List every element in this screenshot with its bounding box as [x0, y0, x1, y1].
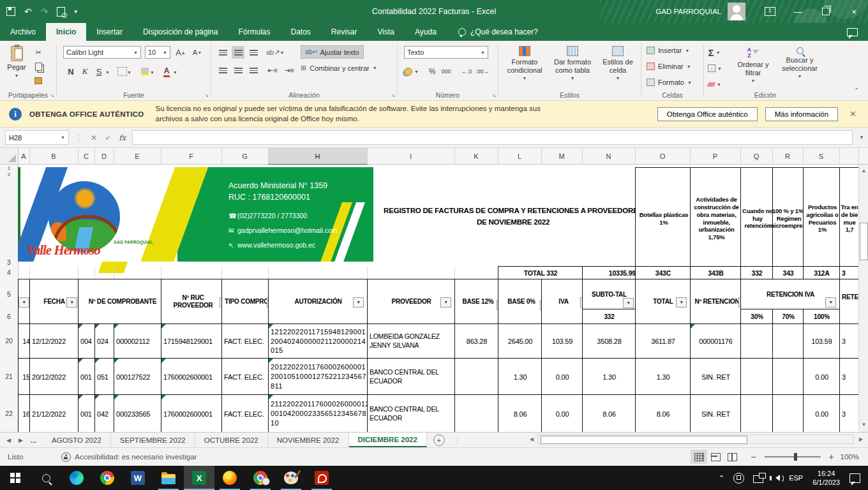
- cell-aut-21[interactable]: 2012202201176000260000120010510001275221…: [268, 358, 370, 396]
- tab-disposicion[interactable]: Disposición de página: [133, 23, 228, 41]
- filter-button[interactable]: ▼: [676, 297, 687, 308]
- comments-button[interactable]: [847, 23, 868, 41]
- cell-cat-botellas[interactable]: Botellas plásticas 1%: [635, 167, 692, 270]
- cell-r70-21[interactable]: [772, 358, 804, 396]
- underline-button[interactable]: S: [93, 65, 105, 78]
- page-layout-view-button[interactable]: [707, 450, 724, 464]
- row-header-6[interactable]: 6: [0, 309, 19, 324]
- formula-input[interactable]: [132, 130, 853, 145]
- cell-fecha-22[interactable]: 21/12/2022: [29, 394, 81, 432]
- bold-button[interactable]: N: [64, 65, 77, 78]
- filter-button[interactable]: ▼: [19, 297, 29, 308]
- select-all-corner[interactable]: [0, 148, 19, 164]
- find-select-button[interactable]: Buscar y seleccionar ▼: [777, 47, 823, 79]
- tab-datos[interactable]: Datos: [280, 23, 320, 41]
- tab-formulas[interactable]: Fórmulas: [228, 23, 280, 41]
- row-header-3[interactable]: 3: [0, 177, 19, 268]
- col-K[interactable]: K: [454, 148, 498, 164]
- cell-tipo-20[interactable]: FACT. ELEC.: [221, 323, 271, 359]
- col-P[interactable]: P: [690, 148, 741, 164]
- enter-formula-icon[interactable]: ✓: [105, 133, 111, 142]
- col-L[interactable]: L: [498, 148, 542, 164]
- cell-base12-21[interactable]: [454, 358, 499, 396]
- cell-sub-21[interactable]: 1.30: [582, 358, 636, 396]
- network-icon[interactable]: [749, 466, 768, 490]
- filter-button[interactable]: ▼: [623, 298, 634, 308]
- cell-e20[interactable]: 000002112: [114, 323, 164, 359]
- font-color-button[interactable]: A: [160, 65, 173, 78]
- sheet-nav-next-icon[interactable]: ▶: [19, 437, 23, 443]
- header-a-filter[interactable]: ▼: [18, 279, 31, 325]
- tab-inicio[interactable]: Inicio: [46, 23, 86, 41]
- format-painter-button[interactable]: [32, 74, 45, 87]
- expand-formula-bar-icon[interactable]: ▼: [859, 135, 864, 140]
- vertical-scrollbar[interactable]: [858, 165, 868, 432]
- start-button[interactable]: [0, 466, 31, 490]
- cell-e22[interactable]: 000233565: [114, 394, 164, 432]
- action-center-button[interactable]: [845, 466, 868, 490]
- sheet-tab-septiembre[interactable]: SEPTIEMBRE 2022: [111, 433, 195, 447]
- cell-iva-21[interactable]: 0.00: [541, 358, 583, 396]
- language-indicator[interactable]: ESP: [784, 466, 807, 490]
- delete-cells-button[interactable]: Eliminar▼: [647, 63, 691, 70]
- redo-icon[interactable]: ↷: [41, 7, 49, 16]
- cell-r70-20[interactable]: [772, 323, 804, 359]
- cell-base0-22[interactable]: 8.06: [498, 394, 542, 432]
- cell-base12-20[interactable]: 863.28: [454, 323, 499, 359]
- number-dialog-launcher[interactable]: ↘: [491, 93, 496, 98]
- format-as-table-button[interactable]: Dar formato como tabla ▼: [548, 46, 597, 81]
- collapse-ribbon-button[interactable]: ⌃: [854, 87, 859, 94]
- cell-tipo-21[interactable]: FACT. ELEC.: [221, 358, 271, 396]
- underline-dropdown[interactable]: ▼: [105, 70, 110, 75]
- cut-button[interactable]: ✂: [32, 46, 45, 59]
- col-D[interactable]: D: [94, 148, 114, 164]
- col-I[interactable]: I: [367, 148, 455, 164]
- cell-ruc-20[interactable]: 1715948129001: [161, 323, 225, 359]
- row-header-20[interactable]: 20: [0, 323, 19, 359]
- font-size-combo[interactable]: 10▼: [145, 46, 170, 59]
- cell-cat-partial[interactable]: Tra en de bie mue 1,7: [839, 167, 860, 270]
- col-M[interactable]: M: [541, 148, 583, 164]
- cell-r70-22[interactable]: [772, 394, 804, 432]
- grow-font-button[interactable]: A▲: [174, 46, 187, 59]
- cell-aut-22[interactable]: 2112202201176000260000120010420002335651…: [268, 394, 370, 432]
- row-header-4[interactable]: 4: [0, 266, 19, 279]
- cell-code-343c[interactable]: 343C: [635, 266, 691, 280]
- cell-base0-21[interactable]: 1.30: [498, 358, 542, 396]
- cell-prov-20[interactable]: LOMBEIDA GONZALEZ JENNY SILVANA: [367, 323, 458, 359]
- cell-r100-20[interactable]: 103.59: [803, 323, 841, 359]
- align-bottom-button[interactable]: [247, 46, 260, 59]
- row-header-21[interactable]: 21: [0, 358, 19, 395]
- sheet-tab-octubre[interactable]: OCTUBRE 2022: [195, 433, 268, 447]
- autosum-button[interactable]: Σ▼: [708, 46, 721, 59]
- cell-ruc-21[interactable]: 1760002600001: [161, 358, 225, 396]
- ribbon-display-options-button[interactable]: ↥: [756, 0, 784, 23]
- clear-button[interactable]: ▼: [708, 78, 721, 91]
- col-B[interactable]: B: [29, 148, 79, 164]
- row-header-5[interactable]: 5: [0, 279, 19, 309]
- col-N[interactable]: N: [582, 148, 636, 164]
- taskbar-chrome-profile[interactable]: [245, 466, 276, 490]
- font-color-dropdown[interactable]: ▼: [173, 70, 177, 75]
- col-Q[interactable]: Q: [740, 148, 773, 164]
- font-name-combo[interactable]: Calibri Light▼: [63, 46, 141, 59]
- zoom-slider-thumb[interactable]: [794, 453, 797, 461]
- col-F[interactable]: F: [161, 148, 222, 164]
- cell-ruc-22[interactable]: 1760002600001: [161, 394, 225, 432]
- page-break-view-button[interactable]: [724, 450, 740, 464]
- align-middle-button[interactable]: [232, 46, 244, 59]
- col-T-partial[interactable]: [839, 148, 859, 164]
- cell-iva-22[interactable]: 0.00: [541, 394, 583, 432]
- fill-button[interactable]: ↓▼: [708, 62, 722, 75]
- header-subtotal-332[interactable]: 332: [582, 309, 636, 325]
- cell-cat-microempresa[interactable]: 100 % y 1%- Regimen microempresa: [772, 167, 805, 270]
- accounting-format-button[interactable]: ▼: [404, 65, 419, 78]
- orientation-button[interactable]: ab↗▼: [266, 46, 284, 59]
- normal-view-button[interactable]: [691, 450, 707, 464]
- new-sheet-button[interactable]: +: [433, 434, 445, 446]
- cell-code-312a[interactable]: 312A: [803, 266, 841, 280]
- borders-button[interactable]: [116, 65, 128, 78]
- undo-icon[interactable]: ↶: [24, 7, 32, 16]
- avatar[interactable]: [728, 3, 745, 20]
- col-O[interactable]: O: [635, 148, 691, 164]
